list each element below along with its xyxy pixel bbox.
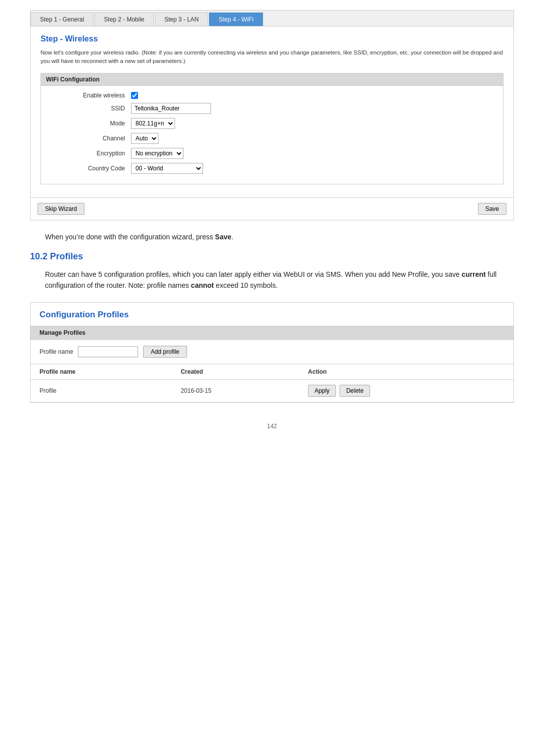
wizard-body: Step - Wireless Now let's configure your… (30, 26, 514, 192)
apply-button[interactable]: Apply (308, 385, 336, 397)
step-title: Step - Wireless (40, 34, 504, 43)
profile-name-input[interactable] (78, 346, 138, 357)
prose-after-wizard: When you’re done with the configuration … (45, 231, 514, 242)
tab-step4[interactable]: Step 4 - WiFi (209, 12, 262, 26)
wizard-panel: Step 1 - General Step 2 - Mobile Step 3 … (30, 10, 514, 220)
encryption-value: No encryption WEP WPA WPA2 (131, 148, 184, 159)
channel-value: Auto 1234 5678 91011 (131, 133, 158, 144)
ssid-input[interactable] (131, 103, 211, 114)
col-profile-name: Profile name (30, 364, 172, 380)
country-code-label: Country Code (51, 165, 131, 172)
prose-text-end: . (232, 233, 234, 241)
channel-label: Channel (51, 135, 131, 142)
encryption-select[interactable]: No encryption WEP WPA WPA2 (131, 148, 184, 159)
manage-profiles-body: Profile name Add profile (30, 340, 514, 364)
encryption-label: Encryption (51, 150, 131, 157)
wifi-config-body: Enable wireless SSID Mode (41, 86, 503, 184)
channel-select[interactable]: Auto 1234 5678 91011 (131, 133, 158, 144)
tab-step1[interactable]: Step 1 - General (30, 12, 94, 26)
channel-row: Channel Auto 1234 5678 91011 (51, 133, 493, 144)
section-body-bold1: current (462, 270, 486, 278)
country-code-row: Country Code 00 - World US - United Stat… (51, 163, 493, 174)
profile-input-row: Profile name Add profile (40, 346, 504, 358)
section-10-2-heading: 10.2 Profiles (30, 251, 514, 262)
ssid-value (131, 103, 211, 114)
save-button[interactable]: Save (478, 203, 506, 215)
mode-row: Mode 802.11b 802.11g 802.11n 802.11g+n (51, 118, 493, 129)
ssid-row: SSID (51, 103, 493, 114)
profiles-panel-title: Configuration Profiles (30, 303, 514, 326)
mode-value: 802.11b 802.11g 802.11n 802.11g+n (131, 118, 175, 129)
manage-profiles-header: Manage Profiles (30, 326, 514, 340)
country-code-value: 00 - World US - United States GB - Unite… (131, 163, 203, 174)
tab-step3[interactable]: Step 3 - LAN (155, 12, 208, 26)
table-row: Profile 2016-03-15 Apply Delete (30, 379, 514, 402)
wizard-tabs: Step 1 - General Step 2 - Mobile Step 3 … (30, 10, 514, 26)
enable-wireless-checkbox[interactable] (131, 92, 138, 99)
mode-select[interactable]: 802.11b 802.11g 802.11n 802.11g+n (131, 118, 175, 129)
mode-label: Mode (51, 120, 131, 127)
prose-text-start: When you’re done with the configuration … (45, 233, 215, 241)
delete-button[interactable]: Delete (340, 385, 370, 397)
col-created: Created (172, 364, 299, 380)
prose-bold: Save (215, 233, 232, 241)
wifi-config-header: WiFi Configuration (41, 73, 503, 86)
step-description: Now let's configure your wireless radio.… (40, 48, 504, 66)
ssid-label: SSID (51, 105, 131, 112)
enable-wireless-row: Enable wireless (51, 92, 493, 99)
tab-step2[interactable]: Step 2 - Mobile (94, 12, 154, 26)
section-body-bold2: cannot (191, 281, 214, 289)
profiles-table: Profile name Created Action Profile 2016… (30, 364, 514, 402)
country-code-select[interactable]: 00 - World US - United States GB - Unite… (131, 163, 203, 174)
section-body-end: exceed 10 symbols. (214, 281, 278, 289)
wizard-footer: Skip Wizard Save (30, 197, 514, 220)
encryption-row: Encryption No encryption WEP WPA WPA2 (51, 148, 493, 159)
profiles-table-header-row: Profile name Created Action (30, 364, 514, 380)
profile-name-label: Profile name (40, 348, 73, 355)
section-body-start: Router can have 5 configuration profiles… (45, 270, 462, 278)
enable-wireless-value (131, 92, 138, 99)
add-profile-button[interactable]: Add profile (143, 346, 186, 358)
wifi-config-box: WiFi Configuration Enable wireless SSID (40, 73, 504, 184)
profiles-panel: Configuration Profiles Manage Profiles P… (30, 302, 514, 403)
enable-wireless-label: Enable wireless (51, 92, 131, 99)
profile-created-cell: 2016-03-15 (172, 379, 299, 402)
page-number: 142 (30, 423, 514, 430)
col-action: Action (299, 364, 514, 380)
skip-wizard-button[interactable]: Skip Wizard (38, 203, 84, 215)
section-10-2-body: Router can have 5 configuration profiles… (45, 269, 514, 291)
profile-name-cell: Profile (30, 379, 172, 402)
profile-action-cell: Apply Delete (299, 379, 514, 402)
